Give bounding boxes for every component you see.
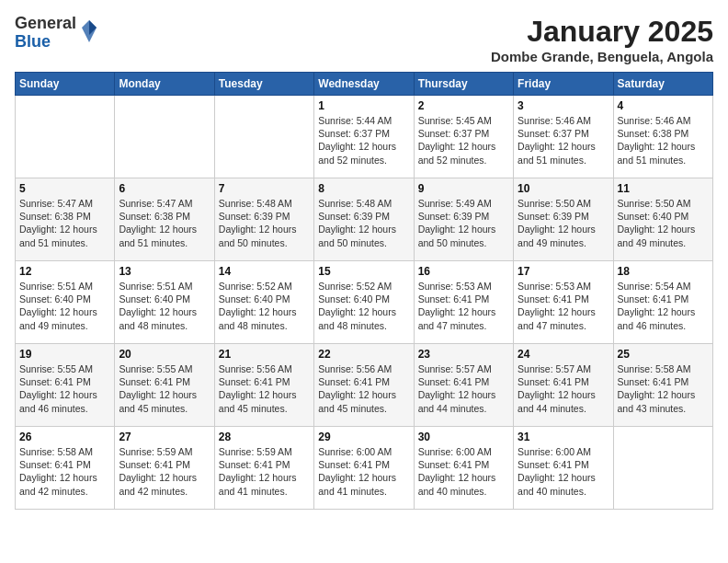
calendar-cell (613, 427, 712, 510)
calendar-cell: 23Sunrise: 5:57 AM Sunset: 6:41 PM Dayli… (414, 344, 513, 427)
calendar-cell: 25Sunrise: 5:58 AM Sunset: 6:41 PM Dayli… (613, 344, 712, 427)
logo-text: General Blue (15, 15, 76, 52)
day-number: 17 (518, 265, 609, 278)
day-info: Sunrise: 5:46 AM Sunset: 6:37 PM Dayligh… (518, 114, 609, 167)
day-number: 2 (418, 99, 509, 112)
calendar-cell: 28Sunrise: 5:59 AM Sunset: 6:41 PM Dayli… (214, 427, 313, 510)
calendar-cell: 29Sunrise: 6:00 AM Sunset: 6:41 PM Dayli… (314, 427, 414, 510)
calendar-body: 1Sunrise: 5:44 AM Sunset: 6:37 PM Daylig… (16, 96, 713, 510)
calendar-cell: 30Sunrise: 6:00 AM Sunset: 6:41 PM Dayli… (414, 427, 513, 510)
calendar-cell: 17Sunrise: 5:53 AM Sunset: 6:41 PM Dayli… (514, 261, 613, 344)
calendar-cell: 16Sunrise: 5:53 AM Sunset: 6:41 PM Dayli… (414, 261, 513, 344)
day-info: Sunrise: 5:59 AM Sunset: 6:41 PM Dayligh… (119, 445, 210, 498)
day-number: 8 (318, 182, 409, 195)
day-number: 31 (518, 431, 609, 443)
calendar-cell: 14Sunrise: 5:52 AM Sunset: 6:40 PM Dayli… (214, 261, 313, 344)
day-number: 4 (618, 99, 709, 112)
day-info: Sunrise: 5:51 AM Sunset: 6:40 PM Dayligh… (119, 280, 210, 332)
day-number: 27 (119, 431, 210, 443)
day-info: Sunrise: 5:56 AM Sunset: 6:41 PM Dayligh… (219, 362, 310, 415)
day-number: 14 (219, 265, 310, 278)
calendar-cell: 31Sunrise: 6:00 AM Sunset: 6:41 PM Dayli… (514, 427, 613, 510)
day-info: Sunrise: 5:54 AM Sunset: 6:41 PM Dayligh… (618, 280, 709, 332)
calendar-cell: 6Sunrise: 5:47 AM Sunset: 6:38 PM Daylig… (115, 178, 214, 261)
day-number: 1 (318, 99, 409, 112)
calendar-cell: 2Sunrise: 5:45 AM Sunset: 6:37 PM Daylig… (414, 96, 513, 178)
calendar-header: SundayMondayTuesdayWednesdayThursdayFrid… (16, 73, 713, 96)
day-number: 5 (19, 182, 110, 195)
calendar-cell: 5Sunrise: 5:47 AM Sunset: 6:38 PM Daylig… (16, 178, 115, 261)
day-number: 18 (618, 265, 709, 278)
calendar-week-2: 12Sunrise: 5:51 AM Sunset: 6:40 PM Dayli… (16, 261, 713, 344)
day-info: Sunrise: 5:50 AM Sunset: 6:39 PM Dayligh… (518, 197, 609, 249)
calendar-cell: 20Sunrise: 5:55 AM Sunset: 6:41 PM Dayli… (115, 344, 214, 427)
day-number: 11 (618, 182, 709, 195)
day-number: 21 (219, 348, 310, 361)
header-cell-monday: Monday (115, 73, 214, 96)
day-info: Sunrise: 6:00 AM Sunset: 6:41 PM Dayligh… (318, 445, 409, 498)
calendar-cell: 26Sunrise: 5:58 AM Sunset: 6:41 PM Dayli… (16, 427, 115, 510)
calendar-cell: 19Sunrise: 5:55 AM Sunset: 6:41 PM Dayli… (16, 344, 115, 427)
calendar-cell: 22Sunrise: 5:56 AM Sunset: 6:41 PM Dayli… (314, 344, 414, 427)
calendar-cell: 15Sunrise: 5:52 AM Sunset: 6:40 PM Dayli… (314, 261, 414, 344)
day-number: 20 (119, 348, 210, 361)
calendar-cell: 12Sunrise: 5:51 AM Sunset: 6:40 PM Dayli… (16, 261, 115, 344)
calendar-week-1: 5Sunrise: 5:47 AM Sunset: 6:38 PM Daylig… (16, 178, 713, 261)
calendar-cell: 7Sunrise: 5:48 AM Sunset: 6:39 PM Daylig… (214, 178, 313, 261)
calendar-cell: 21Sunrise: 5:56 AM Sunset: 6:41 PM Dayli… (214, 344, 313, 427)
day-info: Sunrise: 5:50 AM Sunset: 6:40 PM Dayligh… (618, 197, 709, 249)
day-info: Sunrise: 5:51 AM Sunset: 6:40 PM Dayligh… (19, 280, 110, 332)
page-subtitle: Dombe Grande, Benguela, Angola (491, 49, 713, 64)
logo-blue: Blue (15, 33, 76, 52)
calendar-cell: 4Sunrise: 5:46 AM Sunset: 6:38 PM Daylig… (613, 96, 712, 178)
day-info: Sunrise: 5:57 AM Sunset: 6:41 PM Dayligh… (418, 362, 509, 415)
day-number: 15 (318, 265, 409, 278)
page-title: January 2025 (491, 15, 713, 49)
day-number: 25 (618, 348, 709, 361)
calendar-cell: 11Sunrise: 5:50 AM Sunset: 6:40 PM Dayli… (613, 178, 712, 261)
day-number: 6 (119, 182, 210, 195)
calendar-cell: 3Sunrise: 5:46 AM Sunset: 6:37 PM Daylig… (514, 96, 613, 178)
day-number: 9 (418, 182, 509, 195)
day-info: Sunrise: 5:48 AM Sunset: 6:39 PM Dayligh… (219, 197, 310, 249)
calendar-table: SundayMondayTuesdayWednesdayThursdayFrid… (15, 72, 713, 510)
calendar-week-3: 19Sunrise: 5:55 AM Sunset: 6:41 PM Dayli… (16, 344, 713, 427)
calendar-cell: 18Sunrise: 5:54 AM Sunset: 6:41 PM Dayli… (613, 261, 712, 344)
calendar-cell: 13Sunrise: 5:51 AM Sunset: 6:40 PM Dayli… (115, 261, 214, 344)
day-number: 24 (518, 348, 609, 361)
header-cell-thursday: Thursday (414, 73, 513, 96)
header-cell-wednesday: Wednesday (314, 73, 414, 96)
day-info: Sunrise: 5:52 AM Sunset: 6:40 PM Dayligh… (318, 280, 409, 332)
day-number: 29 (318, 431, 409, 443)
day-info: Sunrise: 5:53 AM Sunset: 6:41 PM Dayligh… (518, 280, 609, 332)
logo-icon (80, 18, 98, 44)
day-info: Sunrise: 5:45 AM Sunset: 6:37 PM Dayligh… (418, 114, 509, 167)
day-number: 19 (19, 348, 110, 361)
day-number: 3 (518, 99, 609, 112)
day-info: Sunrise: 5:52 AM Sunset: 6:40 PM Dayligh… (219, 280, 310, 332)
day-number: 16 (418, 265, 509, 278)
calendar-cell: 1Sunrise: 5:44 AM Sunset: 6:37 PM Daylig… (314, 96, 414, 178)
calendar-week-4: 26Sunrise: 5:58 AM Sunset: 6:41 PM Dayli… (16, 427, 713, 510)
calendar-cell: 27Sunrise: 5:59 AM Sunset: 6:41 PM Dayli… (115, 427, 214, 510)
day-info: Sunrise: 5:48 AM Sunset: 6:39 PM Dayligh… (318, 197, 409, 249)
day-number: 10 (518, 182, 609, 195)
logo-general: General (15, 15, 76, 33)
calendar-cell: 24Sunrise: 5:57 AM Sunset: 6:41 PM Dayli… (514, 344, 613, 427)
header-row: SundayMondayTuesdayWednesdayThursdayFrid… (16, 73, 713, 96)
day-info: Sunrise: 5:57 AM Sunset: 6:41 PM Dayligh… (518, 362, 609, 415)
day-info: Sunrise: 6:00 AM Sunset: 6:41 PM Dayligh… (518, 445, 609, 498)
logo: General Blue (15, 15, 98, 52)
day-info: Sunrise: 5:44 AM Sunset: 6:37 PM Dayligh… (318, 114, 409, 167)
calendar-week-0: 1Sunrise: 5:44 AM Sunset: 6:37 PM Daylig… (16, 96, 713, 178)
header-cell-saturday: Saturday (613, 73, 712, 96)
header-cell-sunday: Sunday (16, 73, 115, 96)
day-info: Sunrise: 5:55 AM Sunset: 6:41 PM Dayligh… (19, 362, 110, 415)
day-number: 23 (418, 348, 509, 361)
day-info: Sunrise: 5:58 AM Sunset: 6:41 PM Dayligh… (19, 445, 110, 498)
calendar-cell (115, 96, 214, 178)
day-info: Sunrise: 5:53 AM Sunset: 6:41 PM Dayligh… (418, 280, 509, 332)
calendar-cell (16, 96, 115, 178)
header-cell-tuesday: Tuesday (214, 73, 313, 96)
calendar-cell: 10Sunrise: 5:50 AM Sunset: 6:39 PM Dayli… (514, 178, 613, 261)
